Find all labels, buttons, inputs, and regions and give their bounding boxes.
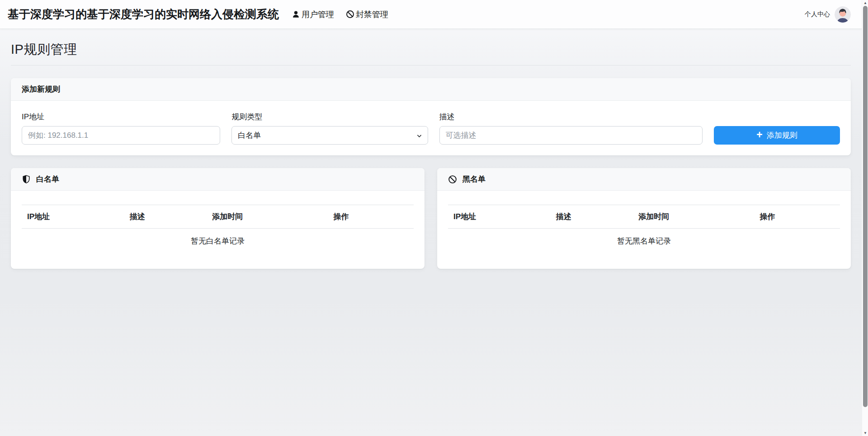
blacklist-card-header: 黑名单 <box>437 168 851 191</box>
description-input[interactable] <box>439 126 703 145</box>
whitelist-card: 白名单 IP地址 描述 添加时间 操作 暂无白名 <box>11 168 425 269</box>
add-rule-button-label: 添加规则 <box>767 130 797 141</box>
column-header-ip: IP地址 <box>22 205 88 229</box>
column-header-added-time: 添加时间 <box>186 205 269 229</box>
rule-type-select[interactable]: 白名单 <box>231 126 428 145</box>
add-rule-card-header: 添加新规则 <box>11 78 851 101</box>
column-header-ip: IP地址 <box>448 205 514 229</box>
whitelist-table: IP地址 描述 添加时间 操作 暂无白名单记录 <box>22 205 414 248</box>
column-header-added-time: 添加时间 <box>613 205 695 229</box>
user-avatar[interactable] <box>835 6 851 23</box>
add-rule-button[interactable]: + 添加规则 <box>714 126 840 145</box>
ip-address-label: IP地址 <box>22 112 220 122</box>
app-title: 基于深度学习的基于深度学习的实时网络入侵检测系统 <box>8 7 279 22</box>
page-title: IP规则管理 <box>11 41 851 59</box>
blacklist-empty-message: 暂无黑名单记录 <box>448 229 840 248</box>
nav-item-label: 用户管理 <box>302 9 334 20</box>
whitelist-empty-message: 暂无白名单记录 <box>22 229 414 248</box>
scroll-up-arrow-icon[interactable]: ▲ <box>862 1 868 5</box>
whitelist-title: 白名单 <box>36 174 59 184</box>
column-header-description: 描述 <box>514 205 613 229</box>
navbar-right: 个人中心 <box>805 6 851 23</box>
plus-icon: + <box>756 130 762 140</box>
whitelist-table-container: IP地址 描述 添加时间 操作 暂无白名单记录 <box>11 191 425 269</box>
blacklist-title: 黑名单 <box>462 174 486 184</box>
column-header-description: 描述 <box>88 205 186 229</box>
ip-address-input[interactable] <box>22 126 220 145</box>
rule-type-label: 规则类型 <box>231 112 428 122</box>
whitelist-empty-row: 暂无白名单记录 <box>22 229 414 248</box>
column-header-actions: 操作 <box>269 205 414 229</box>
nav-item-ban-management[interactable]: 封禁管理 <box>346 9 388 20</box>
blacklist-table-container: IP地址 描述 添加时间 操作 暂无黑名单记录 <box>437 191 851 269</box>
rule-lists: 白名单 IP地址 描述 添加时间 操作 暂无白名 <box>11 168 851 269</box>
ban-icon <box>448 175 457 184</box>
main-content: IP规则管理 添加新规则 IP地址 规则类型 白名单 <box>11 41 851 269</box>
whitelist-card-header: 白名单 <box>11 168 425 191</box>
nav-links: 用户管理 封禁管理 <box>292 9 388 20</box>
scrollbar-thumb[interactable] <box>863 6 868 407</box>
profile-center-link[interactable]: 个人中心 <box>805 10 830 19</box>
add-rule-card-title: 添加新规则 <box>22 84 60 94</box>
shield-icon <box>22 175 31 184</box>
top-navbar: 基于深度学习的基于深度学习的实时网络入侵检测系统 用户管理 封禁管理 个人中心 <box>0 0 868 29</box>
blacklist-header-row: IP地址 描述 添加时间 操作 <box>448 205 840 229</box>
blacklist-table: IP地址 描述 添加时间 操作 暂无黑名单记录 <box>448 205 840 248</box>
blacklist-empty-row: 暂无黑名单记录 <box>448 229 840 248</box>
user-icon <box>292 10 300 19</box>
blacklist-card: 黑名单 IP地址 描述 添加时间 操作 暂无黑名 <box>437 168 851 269</box>
whitelist-header-row: IP地址 描述 添加时间 操作 <box>22 205 414 229</box>
vertical-scrollbar: ▲ ▼ <box>862 0 868 436</box>
title-divider <box>11 65 851 66</box>
add-rule-card: 添加新规则 IP地址 规则类型 白名单 <box>11 78 851 155</box>
ban-icon <box>346 10 354 19</box>
description-label: 描述 <box>439 112 703 122</box>
column-header-actions: 操作 <box>695 205 840 229</box>
nav-item-label: 封禁管理 <box>356 9 388 20</box>
nav-item-user-management[interactable]: 用户管理 <box>292 9 334 20</box>
add-rule-form: IP地址 规则类型 白名单 <box>11 101 851 155</box>
scroll-down-arrow-icon[interactable]: ▼ <box>862 431 868 435</box>
